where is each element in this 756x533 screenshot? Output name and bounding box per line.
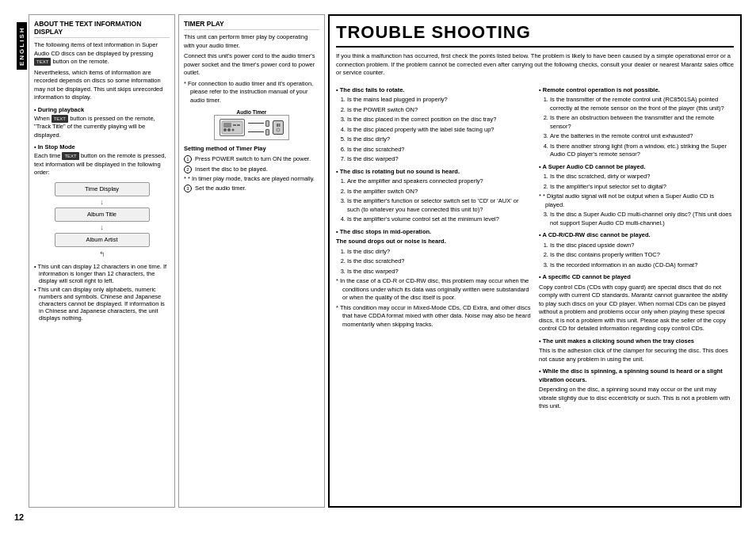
timer-step1: Connect this unit's power cord to the au… [184, 52, 319, 78]
list-item: Is the disc scratched, dirty or warped? [550, 173, 734, 181]
svg-rect-8 [279, 124, 281, 127]
heading-disc-rotate: • The disc fails to rotate. [336, 86, 531, 95]
specific-cd-text: Copy control CDs (CDs with copy guard) a… [539, 284, 734, 333]
trouble-right-col: • Remote control operation is not possib… [539, 82, 734, 413]
list-item: Is the recorded information in an audio … [550, 261, 734, 270]
no-sound-list: Are the amplifier and speakers connected… [336, 177, 531, 224]
sub-heading-noise: The sound drops out or noise is heard. [336, 238, 531, 246]
list-item: Is the disc warped? [347, 268, 531, 276]
in-stop-heading: • In Stop Mode [34, 143, 170, 150]
about-intro: The following items of text information … [34, 41, 170, 67]
heading-clicking: • The unit makes a clicking sound when t… [539, 337, 734, 346]
disc-stops-note2: This condition may occur in Mixed-Mode C… [336, 304, 531, 329]
in-stop-text: Each time TEXT button on the remote is p… [34, 152, 170, 177]
display-album-title: Album Title [55, 207, 150, 222]
diagram-inner [214, 115, 289, 140]
display-album-artist: Album Artist [55, 233, 150, 247]
svg-rect-1 [223, 123, 231, 128]
list-item: Is there another strong light (from a wi… [550, 143, 734, 159]
text-btn-stop: TEXT [62, 152, 78, 160]
list-item: Is the disc contains properly written TO… [550, 251, 734, 260]
list-item: Is the disc scratched? [347, 146, 531, 154]
text-button-ref: TEXT [34, 58, 51, 66]
sidebar-language: ENGLISH [14, 14, 29, 508]
heading-super-audio: • A Super Audio CD cannot be played. [539, 163, 734, 172]
list-item: Are the amplifier and speakers connected… [347, 177, 531, 186]
trouble-section: TROUBLE SHOOTING If you think a malfunct… [328, 14, 742, 508]
trouble-intro: If you think a malfunction has occurred,… [336, 52, 734, 78]
list-item: Is the POWER switch ON? [347, 106, 531, 115]
disc-stops-list: Is the disc dirty? Is the disc scratched… [336, 248, 531, 276]
main-content: ENGLISH ABOUT THE TEXT INFORMATION DISPL… [14, 14, 742, 508]
heading-spinning: • While the disc is spinning, a spinning… [539, 367, 734, 384]
list-item: Is the disc scratched? [347, 257, 531, 266]
super-audio-list2: Is the disc a Super Audio CD multi-chann… [539, 211, 734, 227]
about-title: ABOUT THE TEXT INFORMATION DISPLAY [34, 20, 170, 38]
list-item: Is the amplifier switch ON? [347, 188, 531, 196]
during-playback-text: When TEXT button is pressed on the remot… [34, 115, 170, 140]
remote-list: Is the transmitter of the remote control… [539, 96, 734, 159]
heading-disc-stops: • The disc stops in mid-operation. [336, 228, 531, 237]
list-item: Is there an obstruction between the tran… [550, 114, 734, 131]
heading-cdr: • A CD-R/CD-RW disc cannot be played. [539, 231, 734, 240]
diagram-label: Audio Timer [184, 109, 319, 115]
svg-rect-7 [277, 124, 278, 127]
svg-point-6 [232, 129, 235, 131]
list-item: Is the disc a Super Audio CD multi-chann… [550, 211, 734, 227]
page-number: 12 [14, 512, 742, 522]
display-time: Time Display [55, 182, 150, 196]
cdr-list: Is the disc placed upside down? Is the d… [539, 242, 734, 270]
list-item: Are the batteries in the remote control … [550, 132, 734, 141]
wire-1 [248, 123, 264, 124]
audio-timer-device [220, 119, 245, 136]
list-item: Is the disc placed properly with the lab… [347, 126, 531, 135]
svg-rect-3 [237, 124, 240, 126]
page: ENGLISH ABOUT THE TEXT INFORMATION DISPL… [0, 0, 756, 533]
list-item: Is the disc placed upside down? [550, 242, 734, 250]
timer-diagram: Audio Timer [184, 109, 319, 140]
timer-note1: For connection to audio timer and it's o… [184, 80, 319, 105]
loop-arrow: ↰ [99, 250, 105, 258]
arrow-down-1: ↓ [98, 198, 106, 206]
trouble-left-col: • The disc fails to rotate. Is the mains… [336, 82, 531, 413]
list-item: Is the disc dirty? [347, 135, 531, 144]
timer-intro: This unit can perform timer play by coop… [184, 33, 319, 50]
disc-stops-note1: In the case of a CD-R or CD-RW disc, thi… [336, 277, 531, 303]
clicking-text: This is the adhesion click of the clampe… [539, 347, 734, 364]
heading-no-sound: • The disc is rotating but no sound is h… [336, 168, 531, 177]
heading-remote: • Remote control operation is not possib… [539, 86, 734, 95]
about-section: ABOUT THE TEXT INFORMATION DISPLAY The f… [29, 14, 175, 508]
list-item: Is the amplifier's function or selector … [347, 197, 531, 214]
list-item: Is the disc dirty? [347, 248, 531, 257]
timer-step2-note: * In timer play mode, tracks are played … [184, 175, 319, 184]
svg-point-5 [227, 128, 231, 131]
plug-2 [265, 129, 269, 135]
setting-title: Setting method of Timer Play [184, 145, 319, 154]
svg-rect-2 [233, 124, 236, 126]
list-item: Is the disc placed in the correct positi… [347, 116, 531, 124]
timer-step-2: 2 Insert the disc to be played. [184, 166, 319, 173]
svg-point-4 [223, 128, 227, 131]
about-note-2: This unit can display only alphabets, nu… [34, 286, 170, 322]
display-order: Time Display ↓ Album Title ↓ Album Artis… [34, 182, 170, 258]
about-note-1: This unit can display 12 characters in o… [34, 263, 170, 284]
timer-step-1: 1 Press POWER switch to turn ON the powe… [184, 155, 319, 163]
disc-rotate-list: Is the mains lead plugged in properly? I… [336, 96, 531, 164]
language-label: ENGLISH [17, 22, 27, 70]
list-item: Is the transmitter of the remote control… [550, 96, 734, 112]
list-item: Is the disc warped? [347, 155, 531, 164]
super-audio-list: Is the disc scratched, dirty or warped? … [539, 173, 734, 191]
trouble-title: TROUBLE SHOOTING [336, 22, 734, 48]
spinning-text: Depending on the disc, a spinning sound … [539, 386, 734, 411]
heading-specific-cd: • A specific CD cannot be played [539, 273, 734, 282]
timer-section: TIMER PLAY This unit can perform timer p… [178, 14, 325, 508]
about-note: Nevertheless, which items of information… [34, 69, 170, 102]
list-item: Is the amplifier's input selector set to… [550, 183, 734, 192]
during-playback-heading: • During playback [34, 106, 170, 113]
list-item: Is the amplifier's volume control set at… [347, 215, 531, 224]
arrow-down-2: ↓ [98, 223, 106, 231]
text-btn-playback: TEXT [52, 115, 68, 123]
trouble-columns: • The disc fails to rotate. Is the mains… [336, 82, 734, 413]
super-audio-note: * Digital audio signal will not be outpu… [539, 192, 734, 209]
outlet [273, 120, 284, 135]
